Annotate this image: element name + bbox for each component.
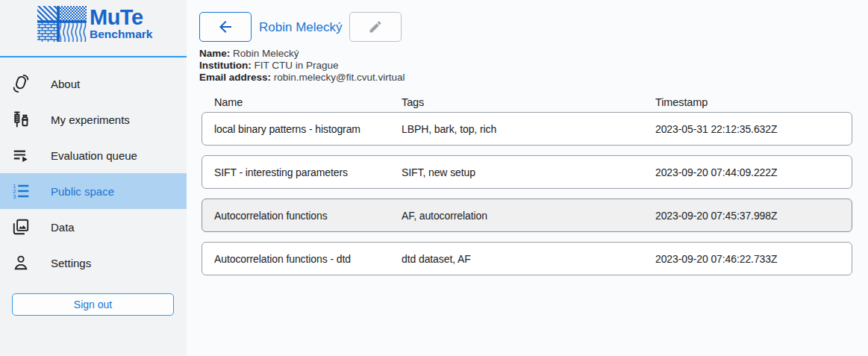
page-title: Robin Melecký bbox=[259, 20, 343, 35]
sidebar-item-label: Settings bbox=[51, 257, 91, 269]
name-label: Name: bbox=[199, 48, 230, 59]
experiment-timestamp: 2023-09-20 07:46:22.733Z bbox=[655, 253, 777, 265]
experiment-tags: AF, autocorrelation bbox=[402, 210, 487, 222]
table-row[interactable]: SIFT - interesting parameters SIFT, new … bbox=[202, 155, 852, 189]
table-row[interactable]: local binary patterns - histogram LBPH, … bbox=[202, 112, 852, 146]
sidebar-item-label: About bbox=[51, 78, 80, 90]
playlist-play-icon bbox=[11, 146, 31, 165]
table-row[interactable]: Autocorrelation functions - dtd dtd data… bbox=[202, 242, 852, 275]
experiment-tags: dtd dataset, AF bbox=[402, 253, 471, 265]
column-header-timestamp: Timestamp bbox=[655, 96, 708, 108]
institution-value: FIT CTU in Prague bbox=[255, 60, 339, 71]
photo-library-icon bbox=[11, 217, 31, 237]
sidebar-item-settings[interactable]: Settings bbox=[0, 245, 187, 281]
experiment-tags: SIFT, new setup bbox=[402, 166, 475, 178]
app-logo: MuTe Benchmark bbox=[37, 6, 152, 42]
edit-button[interactable] bbox=[349, 12, 402, 42]
sidebar-item-public-space[interactable]: 123 Public space bbox=[0, 173, 187, 209]
logo-title: MuTe bbox=[90, 6, 152, 28]
sidebar-item-label: My experiments bbox=[51, 113, 130, 126]
experiment-tags: LBPH, bark, top, rich bbox=[402, 123, 496, 135]
sidebar-item-about[interactable]: About bbox=[0, 66, 187, 102]
sidebar-menu: About My experiments bbox=[0, 66, 187, 281]
name-value: Robin Melecký bbox=[233, 48, 299, 59]
email-label: Email address: bbox=[199, 72, 271, 83]
experiment-timestamp: 2023-09-20 07:44:09.222Z bbox=[655, 166, 777, 178]
sidebar-item-evaluation-queue[interactable]: Evaluation queue bbox=[0, 137, 187, 173]
sign-out-button[interactable]: Sign out bbox=[12, 293, 174, 316]
experiment-name: SIFT - interesting parameters bbox=[214, 166, 348, 178]
sidebar-item-label: Evaluation queue bbox=[51, 149, 137, 162]
sidebar-item-my-experiments[interactable]: My experiments bbox=[0, 102, 187, 137]
sidebar: MuTe Benchmark About bbox=[0, 0, 187, 356]
experiment-timestamp: 2023-09-20 07:45:37.998Z bbox=[655, 210, 777, 222]
experiment-name: local binary patterns - histogram bbox=[214, 123, 360, 135]
list-numbered-icon: 123 bbox=[11, 181, 31, 201]
institution-label: Institution: bbox=[199, 60, 252, 71]
svg-text:3: 3 bbox=[13, 193, 16, 200]
vaccines-icon bbox=[11, 110, 31, 129]
profile-name-line: Name: Robin Melecký bbox=[199, 48, 405, 60]
email-value: robin.melecky@fit.cvut.virtual bbox=[274, 72, 405, 83]
sidebar-item-label: Public space bbox=[51, 185, 114, 198]
waving-hand-icon bbox=[11, 74, 31, 93]
profile-email-line: Email address: robin.melecky@fit.cvut.vi… bbox=[199, 72, 405, 84]
sidebar-divider bbox=[0, 56, 187, 57]
back-button[interactable] bbox=[199, 12, 252, 42]
pencil-icon bbox=[368, 19, 383, 34]
experiment-name: Autocorrelation functions bbox=[214, 210, 328, 222]
column-header-name: Name bbox=[214, 96, 243, 108]
logo-subtitle: Benchmark bbox=[90, 28, 152, 40]
profile-institution-line: Institution: FIT CTU in Prague bbox=[199, 60, 405, 72]
column-header-tags: Tags bbox=[402, 96, 424, 108]
experiment-timestamp: 2023-05-31 22:12:35.632Z bbox=[655, 123, 777, 135]
experiment-name: Autocorrelation functions - dtd bbox=[214, 253, 351, 265]
profile-info: Name: Robin Melecký Institution: FIT CTU… bbox=[199, 48, 405, 84]
texture-grid-logo-icon bbox=[37, 6, 87, 42]
sidebar-item-data[interactable]: Data bbox=[0, 209, 187, 245]
arrow-left-icon bbox=[216, 18, 234, 36]
person-icon bbox=[11, 253, 31, 272]
sidebar-item-label: Data bbox=[51, 221, 75, 234]
table-row[interactable]: Autocorrelation functions AF, autocorrel… bbox=[202, 199, 852, 232]
